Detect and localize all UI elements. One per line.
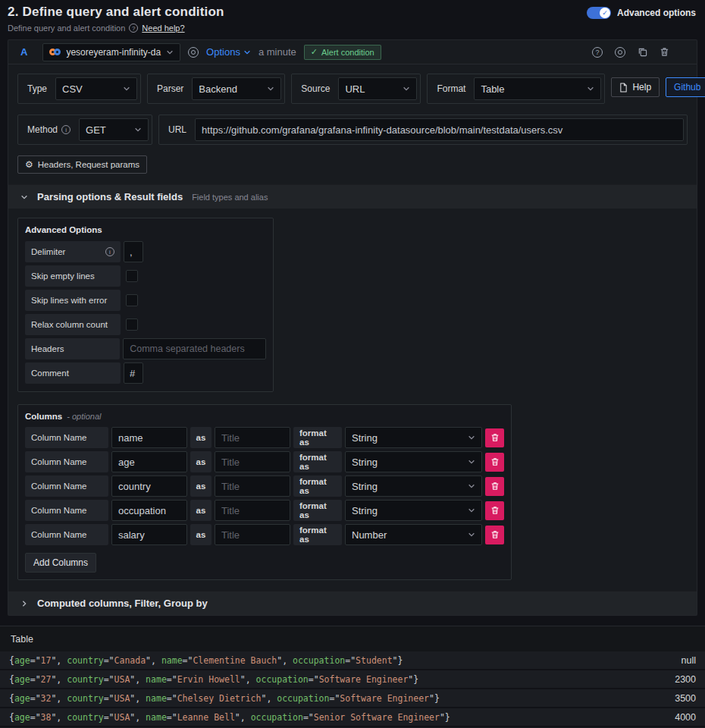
chevron-down-icon [20, 193, 28, 201]
advanced-options-box: Advanced Options Delimiter i Skip empty … [17, 218, 274, 392]
column-title-input[interactable] [215, 475, 290, 497]
parsing-options-section-header[interactable]: Parsing options & Result fields Field ty… [8, 184, 697, 209]
column-row: Column Name as format as String [25, 427, 504, 448]
table-preview-panel: Table {age="17", country="Canada", name=… [0, 626, 705, 728]
add-columns-button[interactable]: Add Columns [25, 553, 96, 573]
delete-column-button[interactable] [485, 477, 504, 496]
relax-column-count-row: Relax column count [25, 314, 266, 335]
column-format-select[interactable]: Number [345, 524, 482, 545]
trash-icon [490, 506, 500, 515]
delete-column-button[interactable] [485, 453, 504, 472]
source-select[interactable]: URL [338, 77, 417, 100]
options-expander[interactable]: Options [206, 46, 251, 58]
remove-query-icon[interactable] [660, 47, 669, 57]
column-title-input[interactable] [215, 500, 290, 521]
row-labels: {age="32", country="USA", name="Chelsey … [9, 693, 440, 704]
as-label: as [190, 427, 212, 448]
column-format-select[interactable]: String [345, 500, 482, 521]
datasource-name: yesoreyeram-infinity-da [66, 47, 161, 58]
query-header: A yesoreyeram-infinity-da Options a minu… [8, 40, 697, 64]
column-name-label: Column Name [25, 427, 108, 448]
query-options-icon [188, 47, 199, 58]
disable-query-icon[interactable] [615, 47, 625, 58]
query-card: A yesoreyeram-infinity-da Options a minu… [8, 39, 697, 616]
column-name-label: Column Name [25, 451, 108, 472]
column-title-input[interactable] [215, 451, 290, 472]
parser-label: Parser [151, 83, 187, 94]
advanced-options-toggle[interactable]: ✓ [587, 7, 611, 19]
type-label: Type [21, 83, 51, 94]
column-format-select[interactable]: String [345, 451, 482, 472]
headers-row: Headers [25, 338, 266, 359]
delete-column-button[interactable] [485, 526, 504, 544]
trash-icon [490, 457, 500, 466]
row-labels: {age="17", country="Canada", name="Cleme… [9, 655, 403, 666]
column-title-input[interactable] [215, 427, 290, 448]
page-header: 2. Define query and alert condition ✓ Ad… [0, 0, 705, 33]
type-select[interactable]: CSV [55, 77, 137, 100]
relax-column-count-label: Relax column count [25, 314, 121, 335]
help-button[interactable]: Help [611, 77, 660, 97]
row-value: null [682, 655, 696, 666]
info-circle-icon: i [105, 247, 114, 256]
format-as-label: format as [293, 427, 342, 448]
url-label: URL [162, 124, 190, 135]
column-title-input[interactable] [215, 524, 290, 545]
advanced-options-toggle-group: ✓ Advanced options [587, 7, 696, 19]
skip-empty-lines-checkbox[interactable] [126, 270, 138, 282]
github-button[interactable]: Github [666, 77, 705, 97]
computed-columns-title: Computed columns, Filter, Group by [37, 598, 208, 609]
column-name-input[interactable] [111, 427, 187, 448]
relax-column-count-checkbox[interactable] [126, 318, 138, 331]
column-name-input[interactable] [111, 500, 187, 521]
computed-columns-section-header[interactable]: Computed columns, Filter, Group by [8, 591, 697, 615]
page-title: 2. Define query and alert condition [8, 5, 224, 20]
datasource-picker[interactable]: yesoreyeram-infinity-da [42, 43, 180, 61]
parsing-options-body: Advanced Options Delimiter i Skip empty … [8, 209, 697, 591]
skip-empty-lines-label: Skip empty lines [25, 265, 121, 287]
chevron-down-icon [403, 85, 410, 93]
parsing-options-subtitle: Field types and alias [192, 193, 268, 202]
delimiter-input[interactable] [124, 241, 143, 262]
delete-column-button[interactable] [485, 501, 504, 520]
comment-input[interactable] [124, 362, 143, 384]
source-label: Source [295, 83, 334, 94]
column-name-input[interactable] [111, 451, 187, 472]
column-format-select[interactable]: String [345, 427, 482, 448]
format-as-label: format as [293, 524, 342, 545]
delete-column-button[interactable] [485, 428, 504, 447]
format-select[interactable]: Table [474, 77, 601, 100]
parser-select[interactable]: Backend [192, 77, 281, 100]
query-editor-top: Type CSV Parser Backend Source URL [8, 64, 697, 184]
query-help-icon[interactable]: ? [592, 47, 603, 58]
column-row: Column Name as format as String [25, 451, 504, 472]
headers-request-params-button[interactable]: ⚙ Headers, Request params [17, 155, 147, 174]
chevron-down-icon [468, 507, 475, 514]
columns-title: Columns [25, 412, 62, 421]
comment-label: Comment [25, 362, 121, 384]
need-help-link[interactable]: Need help? [142, 24, 184, 33]
row-value: 3500 [675, 693, 696, 704]
infinity-datasource-icon [49, 49, 61, 55]
advanced-options-label: Advanced options [617, 8, 696, 18]
columns-box: Columns - optional Column Name as format… [17, 404, 512, 580]
url-input[interactable] [195, 118, 684, 141]
skip-lines-with-error-checkbox[interactable] [126, 294, 138, 306]
method-select[interactable]: GET [79, 118, 149, 141]
method-label: Method i [21, 124, 74, 135]
chevron-down-icon [267, 85, 274, 93]
chevron-down-icon [243, 49, 251, 56]
chevron-down-icon [468, 531, 475, 538]
column-name-input[interactable] [111, 524, 187, 545]
row-value: 4000 [675, 712, 696, 723]
check-icon: ✓ [311, 47, 318, 57]
format-as-label: format as [293, 451, 342, 472]
column-name-input[interactable] [111, 475, 187, 497]
headers-input[interactable] [123, 338, 266, 359]
info-circle-icon: i [61, 125, 70, 134]
parsing-options-title: Parsing options & Result fields [37, 191, 183, 202]
column-format-select[interactable]: String [345, 475, 482, 497]
toggle-check-icon: ✓ [600, 8, 610, 18]
table-row: {age="17", country="Canada", name="Cleme… [0, 651, 705, 670]
duplicate-query-icon[interactable] [638, 47, 647, 57]
